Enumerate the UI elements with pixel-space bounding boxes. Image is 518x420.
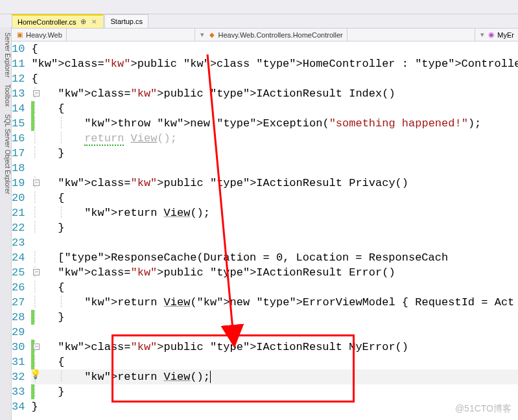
file-tabs: HomeController.cs ⊕ ✕ Startup.cs xyxy=(0,14,518,29)
tab-startup[interactable]: Startup.cs xyxy=(104,14,148,28)
breadcrumb-member-label: MyEr xyxy=(497,31,514,39)
tab-homecontroller[interactable]: HomeController.cs ⊕ ✕ xyxy=(12,14,104,28)
breadcrumb-class[interactable]: ▾ ◆ Heavy.Web.Controllers.HomeController xyxy=(194,29,347,41)
line-number-gutter: 1011121314151617181920212223242526272829… xyxy=(12,41,31,420)
side-tool-tabs: Server Explorer Toolbox SQL Server Objec… xyxy=(0,27,12,420)
breadcrumb-member[interactable]: ▾ ◉ MyEr xyxy=(475,29,518,41)
chevron-down-icon: ▾ xyxy=(479,30,486,39)
csharp-icon: ▣ xyxy=(16,31,23,39)
side-tab-server-explorer[interactable]: Server Explorer xyxy=(3,30,12,80)
tab-label: Startup.cs xyxy=(110,18,143,25)
close-icon[interactable]: ✕ xyxy=(90,18,98,25)
code-editor[interactable]: 1011121314151617181920212223242526272829… xyxy=(12,41,518,420)
method-icon: ◉ xyxy=(488,30,495,39)
side-tab-toolbox[interactable]: Toolbox xyxy=(3,82,12,109)
breadcrumb-class-label: Heavy.Web.Controllers.HomeController xyxy=(218,31,343,39)
top-toolbar xyxy=(0,0,518,14)
tab-label: HomeController.cs xyxy=(18,18,76,26)
breadcrumb-bar: ▣ Heavy.Web ▾ ◆ Heavy.Web.Controllers.Ho… xyxy=(0,29,518,41)
class-icon: ◆ xyxy=(208,31,216,39)
code-area[interactable]: {"kw">class="kw">public "kw">class "type… xyxy=(31,41,518,420)
lightbulb-icon[interactable]: 💡 xyxy=(30,369,41,379)
watermark: @51CTO博客 xyxy=(455,403,512,415)
side-tab-sql-explorer[interactable]: SQL Server Object Explorer xyxy=(3,111,12,197)
pin-icon[interactable]: ⊕ xyxy=(79,18,87,26)
breadcrumb-project[interactable]: ▣ Heavy.Web xyxy=(12,29,67,41)
chevron-down-icon: ▾ xyxy=(199,30,206,39)
breadcrumb-project-label: Heavy.Web xyxy=(26,31,62,39)
